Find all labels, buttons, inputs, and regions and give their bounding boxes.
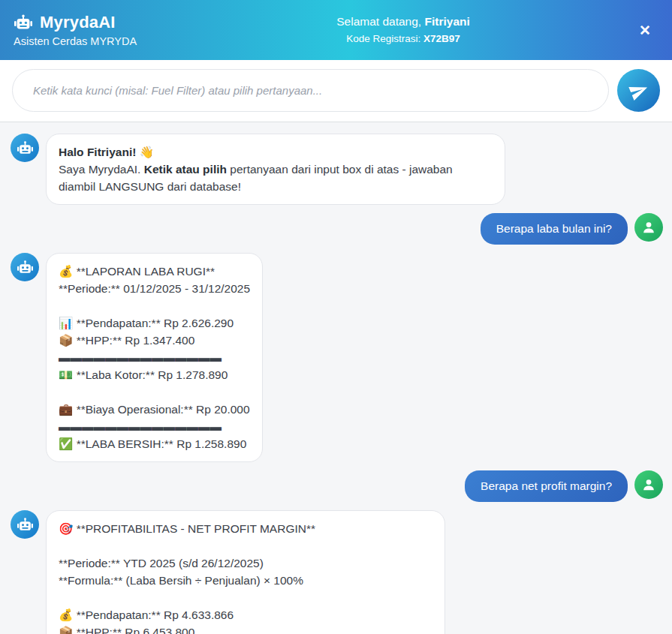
bot-avatar: [11, 134, 39, 162]
send-button[interactable]: [617, 69, 660, 112]
robot-icon: [17, 140, 34, 156]
user-message: Berapa net profit margin?: [11, 470, 663, 502]
search-bar: [0, 60, 672, 122]
report-line: 📊 **Pendapatan:** Rp 2.626.290: [59, 314, 250, 332]
intro-line: Saya MyrydaAI. Ketik atau pilih pertanya…: [59, 161, 493, 195]
registration-code: Kode Registrasi: X72B97: [175, 30, 631, 47]
person-icon: [640, 476, 657, 493]
welcome-text: Selamat datang, Fitriyani: [175, 13, 631, 30]
greeting-line: Halo Fitriyani! 👋: [59, 143, 493, 161]
bot-message-bubble: 🎯 **PROFITABILITAS - NET PROFIT MARGIN**…: [46, 510, 445, 634]
bot-message: 💰 **LAPORAN LABA RUGI** **Periode:** 01/…: [11, 253, 663, 462]
divider-line: ▬▬▬▬▬▬▬▬▬▬▬▬▬▬: [59, 418, 250, 435]
bot-avatar: [11, 510, 39, 539]
reg-label: Kode Registrasi:: [346, 33, 423, 44]
welcome-prefix: Selamat datang,: [336, 15, 424, 28]
intro-text-bold: Ketik atau pilih: [144, 163, 227, 176]
header: MyrydaAI Asisten Cerdas MYRYDA Selamat d…: [0, 0, 672, 60]
report-line: [59, 297, 250, 314]
search-input[interactable]: [12, 69, 609, 112]
robot-icon: [14, 14, 33, 32]
robot-icon: [17, 517, 34, 533]
bot-message: Halo Fitriyani! 👋 Saya MyrydaAI. Ketik a…: [11, 134, 663, 205]
report-line: [59, 537, 432, 554]
close-button[interactable]: ✕: [631, 20, 658, 41]
user-message-bubble: Berapa laba bulan ini?: [481, 213, 628, 245]
report-line: 💵 **Laba Kotor:** Rp 1.278.890: [59, 366, 250, 383]
report-line: [59, 383, 250, 401]
chat-area: Halo Fitriyani! 👋 Saya MyrydaAI. Ketik a…: [0, 122, 672, 634]
bot-message: 🎯 **PROFITABILITAS - NET PROFIT MARGIN**…: [11, 510, 663, 634]
paper-plane-icon: [629, 81, 649, 101]
report-line: **Periode:** YTD 2025 (s/d 26/12/2025): [59, 554, 432, 572]
report-line: **Periode:** 01/12/2025 - 31/12/2025: [59, 280, 250, 297]
user-avatar: [634, 470, 663, 499]
user-name: Fitriyani: [424, 15, 469, 28]
report-line: 💰 **Pendapatan:** Rp 4.633.866: [59, 606, 432, 623]
robot-icon: [17, 260, 34, 275]
report-line: [59, 589, 432, 606]
report-line: 📦 **HPP:** Rp 6.453.800: [59, 623, 432, 634]
report-line: 💰 **LAPORAN LABA RUGI**: [59, 263, 250, 280]
bot-message-bubble: Halo Fitriyani! 👋 Saya MyrydaAI. Ketik a…: [46, 134, 505, 205]
app-title: MyrydaAI: [40, 13, 116, 32]
reg-code-value: X72B97: [423, 33, 460, 44]
report-line: 📦 **HPP:** Rp 1.347.400: [59, 332, 250, 349]
report-line: 🎯 **PROFITABILITAS - NET PROFIT MARGIN**: [59, 520, 432, 537]
bot-avatar: [11, 253, 39, 281]
person-icon: [640, 219, 657, 236]
divider-line: ▬▬▬▬▬▬▬▬▬▬▬▬▬▬: [59, 349, 250, 366]
close-icon: ✕: [639, 23, 651, 38]
user-message-bubble: Berapa net profit margin?: [465, 470, 628, 502]
welcome-block: Selamat datang, Fitriyani Kode Registras…: [175, 13, 631, 47]
user-avatar: [634, 213, 663, 242]
report-line: **Formula:** (Laba Bersih ÷ Penjualan) ×…: [59, 572, 432, 589]
intro-text-1: Saya MyrydaAI.: [59, 163, 144, 176]
user-message: Berapa laba bulan ini?: [11, 213, 663, 245]
header-brand: MyrydaAI Asisten Cerdas MYRYDA: [14, 13, 175, 47]
report-line: 💼 **Biaya Operasional:** Rp 20.000: [59, 401, 250, 418]
report-line: ✅ **LABA BERSIH:** Rp 1.258.890: [59, 435, 250, 452]
bot-message-bubble: 💰 **LAPORAN LABA RUGI** **Periode:** 01/…: [46, 253, 263, 462]
app-subtitle: Asisten Cerdas MYRYDA: [14, 35, 175, 47]
